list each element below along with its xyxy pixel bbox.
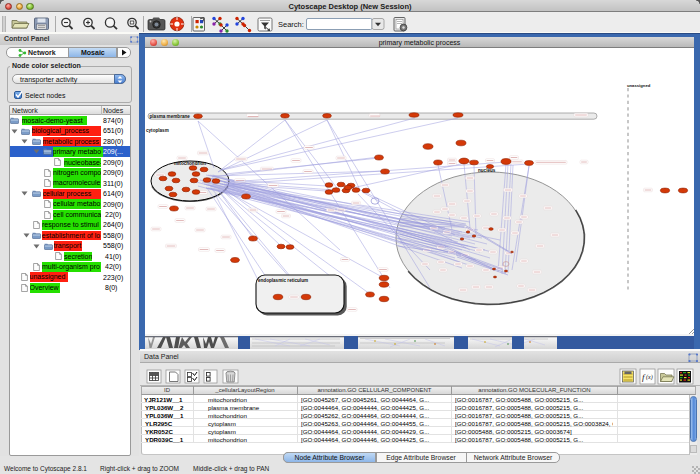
svg-text:endoplasmic reticulum: endoplasmic reticulum (258, 278, 308, 283)
svg-text:nucleus: nucleus (478, 168, 496, 173)
svg-text:cytoplasm: cytoplasm (146, 128, 169, 133)
svg-text:(x): (x) (646, 374, 653, 381)
svg-text:Search:: Search: (278, 19, 304, 28)
svg-text:unassigned: unassigned (627, 83, 651, 88)
svg-text:mitochondrion: mitochondrion (174, 161, 206, 166)
svg-text:plasma membrane: plasma membrane (150, 114, 191, 119)
